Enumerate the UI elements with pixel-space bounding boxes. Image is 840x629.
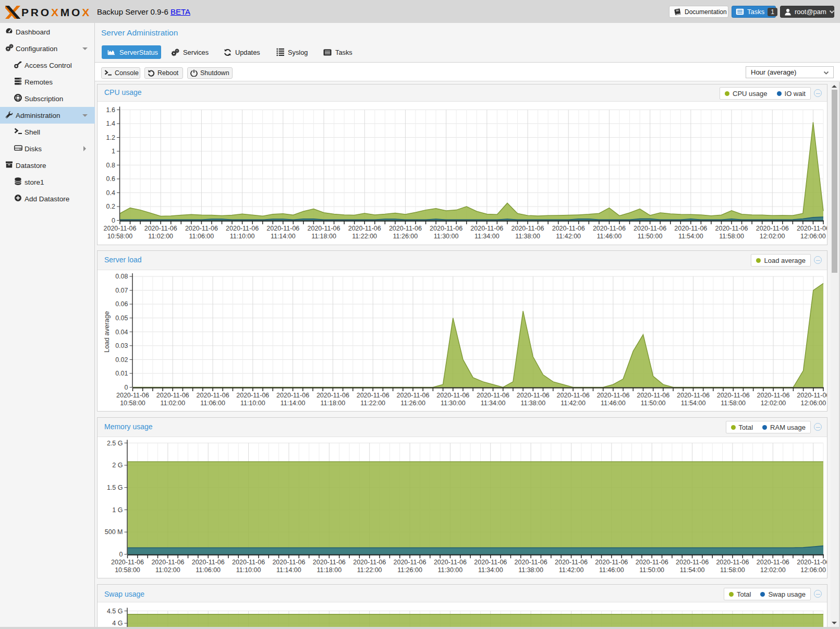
- svg-text:500 M: 500 M: [105, 528, 123, 536]
- svg-text:2020-11-06: 2020-11-06: [797, 225, 827, 232]
- svg-text:0: 0: [125, 384, 128, 391]
- svg-text:11:22:00: 11:22:00: [360, 400, 385, 407]
- svg-text:11:54:00: 11:54:00: [681, 400, 706, 407]
- svg-text:12:06:00: 12:06:00: [800, 400, 826, 407]
- svg-text:11:46:00: 11:46:00: [601, 400, 626, 407]
- svg-text:2020-11-06: 2020-11-06: [593, 225, 626, 232]
- svg-text:1 G: 1 G: [112, 506, 123, 514]
- svg-text:0.04: 0.04: [115, 329, 128, 336]
- svg-text:11:10:00: 11:10:00: [236, 566, 261, 574]
- svg-text:2020-11-06: 2020-11-06: [636, 559, 668, 566]
- svg-text:4 G: 4 G: [112, 620, 123, 627]
- svg-text:11:50:00: 11:50:00: [641, 400, 666, 407]
- svg-text:2020-11-06: 2020-11-06: [757, 559, 789, 566]
- svg-text:11:26:00: 11:26:00: [393, 233, 418, 240]
- svg-text:12:02:00: 12:02:00: [760, 566, 786, 574]
- svg-text:0: 0: [119, 551, 123, 558]
- svg-text:0.05: 0.05: [115, 314, 128, 322]
- svg-text:2020-11-06: 2020-11-06: [477, 392, 509, 399]
- svg-text:2020-11-06: 2020-11-06: [595, 559, 628, 566]
- svg-text:12:06:00: 12:06:00: [800, 566, 826, 574]
- svg-text:11:58:00: 11:58:00: [721, 400, 746, 407]
- svg-text:1.5 G: 1.5 G: [107, 484, 123, 491]
- svg-text:2020-11-06: 2020-11-06: [192, 559, 225, 566]
- svg-text:11:02:00: 11:02:00: [148, 233, 173, 240]
- svg-text:2020-11-06: 2020-11-06: [637, 392, 669, 399]
- svg-text:2020-11-06: 2020-11-06: [634, 225, 666, 232]
- svg-text:2020-11-06: 2020-11-06: [185, 225, 218, 232]
- svg-text:2020-11-06: 2020-11-06: [797, 392, 827, 399]
- svg-text:11:22:00: 11:22:00: [357, 566, 382, 574]
- svg-text:0.01: 0.01: [115, 370, 128, 377]
- svg-text:11:34:00: 11:34:00: [481, 400, 506, 407]
- svg-text:2020-11-06: 2020-11-06: [111, 559, 144, 566]
- svg-text:11:38:00: 11:38:00: [515, 233, 540, 240]
- svg-text:2020-11-06: 2020-11-06: [116, 392, 149, 399]
- svg-text:2020-11-06: 2020-11-06: [389, 225, 422, 232]
- svg-text:11:10:00: 11:10:00: [230, 233, 255, 240]
- svg-text:2020-11-06: 2020-11-06: [552, 225, 585, 232]
- svg-text:11:26:00: 11:26:00: [400, 400, 425, 407]
- svg-text:11:18:00: 11:18:00: [311, 233, 336, 240]
- svg-text:2020-11-06: 2020-11-06: [396, 392, 429, 399]
- svg-text:11:38:00: 11:38:00: [518, 566, 543, 574]
- svg-text:0.06: 0.06: [115, 300, 128, 308]
- svg-text:11:30:00: 11:30:00: [441, 400, 466, 407]
- svg-text:11:42:00: 11:42:00: [556, 233, 581, 240]
- svg-text:11:34:00: 11:34:00: [478, 566, 503, 574]
- svg-text:2020-11-06: 2020-11-06: [517, 392, 550, 399]
- svg-text:2020-11-06: 2020-11-06: [316, 392, 349, 399]
- svg-text:2020-11-06: 2020-11-06: [676, 559, 709, 566]
- svg-text:2020-11-06: 2020-11-06: [515, 559, 547, 566]
- svg-text:10:58:00: 10:58:00: [115, 566, 140, 574]
- svg-text:11:14:00: 11:14:00: [276, 566, 301, 574]
- svg-text:2020-11-06: 2020-11-06: [715, 225, 748, 232]
- svg-text:11:42:00: 11:42:00: [559, 566, 584, 574]
- svg-text:1: 1: [112, 148, 115, 155]
- svg-text:11:30:00: 11:30:00: [438, 566, 463, 574]
- svg-text:11:06:00: 11:06:00: [196, 566, 221, 574]
- svg-text:2020-11-06: 2020-11-06: [557, 392, 590, 399]
- svg-text:11:58:00: 11:58:00: [719, 233, 744, 240]
- svg-text:2020-11-06: 2020-11-06: [797, 559, 827, 566]
- svg-text:2020-11-06: 2020-11-06: [474, 559, 507, 566]
- svg-text:0.02: 0.02: [115, 356, 128, 364]
- svg-text:2020-11-06: 2020-11-06: [226, 225, 259, 232]
- svg-text:0.07: 0.07: [115, 287, 128, 294]
- svg-text:10:58:00: 10:58:00: [120, 400, 145, 407]
- svg-text:11:06:00: 11:06:00: [200, 400, 225, 407]
- svg-text:11:42:00: 11:42:00: [561, 400, 586, 407]
- svg-text:2020-11-06: 2020-11-06: [596, 392, 629, 399]
- svg-text:2020-11-06: 2020-11-06: [436, 392, 469, 399]
- svg-text:2.5 G: 2.5 G: [107, 440, 123, 447]
- svg-text:11:30:00: 11:30:00: [434, 233, 459, 240]
- svg-text:2020-11-06: 2020-11-06: [756, 225, 789, 232]
- svg-text:11:14:00: 11:14:00: [281, 400, 306, 407]
- svg-text:11:46:00: 11:46:00: [599, 566, 624, 574]
- svg-text:2020-11-06: 2020-11-06: [434, 559, 467, 566]
- svg-text:0.4: 0.4: [106, 189, 115, 197]
- svg-text:0.8: 0.8: [106, 162, 115, 169]
- svg-text:2020-11-06: 2020-11-06: [716, 559, 749, 566]
- svg-text:1.2: 1.2: [106, 134, 115, 141]
- svg-text:2020-11-06: 2020-11-06: [511, 225, 544, 232]
- svg-text:2020-11-06: 2020-11-06: [266, 225, 299, 232]
- svg-text:1.4: 1.4: [106, 120, 115, 127]
- svg-text:2020-11-06: 2020-11-06: [197, 392, 229, 399]
- svg-text:11:38:00: 11:38:00: [520, 400, 545, 407]
- svg-text:11:18:00: 11:18:00: [321, 400, 346, 407]
- svg-text:11:50:00: 11:50:00: [638, 233, 663, 240]
- svg-text:11:18:00: 11:18:00: [316, 566, 342, 574]
- svg-text:11:26:00: 11:26:00: [397, 566, 422, 574]
- svg-text:2020-11-06: 2020-11-06: [348, 225, 381, 232]
- svg-text:0.08: 0.08: [115, 273, 128, 280]
- svg-text:Load average: Load average: [103, 311, 111, 353]
- svg-text:12:02:00: 12:02:00: [761, 400, 786, 407]
- svg-text:11:06:00: 11:06:00: [189, 233, 214, 240]
- svg-text:2020-11-06: 2020-11-06: [357, 392, 389, 399]
- svg-text:2020-11-06: 2020-11-06: [272, 559, 305, 566]
- svg-text:2020-11-06: 2020-11-06: [156, 392, 189, 399]
- svg-text:11:10:00: 11:10:00: [240, 400, 265, 407]
- svg-text:11:34:00: 11:34:00: [474, 233, 500, 240]
- svg-text:11:54:00: 11:54:00: [680, 566, 705, 574]
